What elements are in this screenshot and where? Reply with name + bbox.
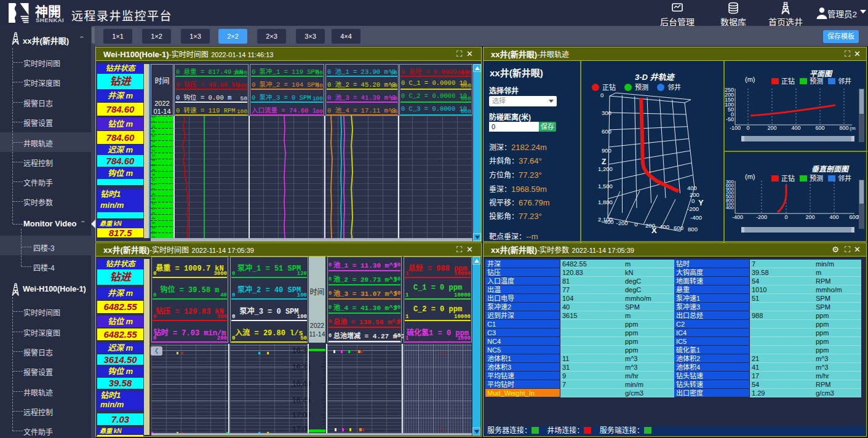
- svg-text:600: 600: [815, 125, 824, 131]
- svg-text:800: 800: [839, 125, 848, 131]
- svg-text:(m: (m: [850, 125, 856, 131]
- svg-text:400: 400: [829, 214, 838, 220]
- svg-text:-50: -50: [726, 116, 734, 122]
- svg-text:-100: -100: [730, 125, 741, 131]
- svg-text:400: 400: [659, 223, 669, 230]
- svg-text:600: 600: [674, 225, 683, 231]
- svg-text:800: 800: [688, 226, 698, 233]
- svg-text:400: 400: [791, 125, 800, 131]
- svg-text:0: 0: [784, 214, 787, 220]
- svg-text:-200: -200: [616, 220, 627, 226]
- svg-text:200: 200: [767, 125, 776, 131]
- svg-text:200: 200: [805, 214, 814, 220]
- svg-text:0: 0: [634, 221, 637, 228]
- svg-text:0: 0: [746, 125, 749, 131]
- svg-text:-400: -400: [732, 214, 743, 220]
- svg-text:-200: -200: [756, 214, 767, 220]
- svg-text:400: 400: [726, 205, 735, 210]
